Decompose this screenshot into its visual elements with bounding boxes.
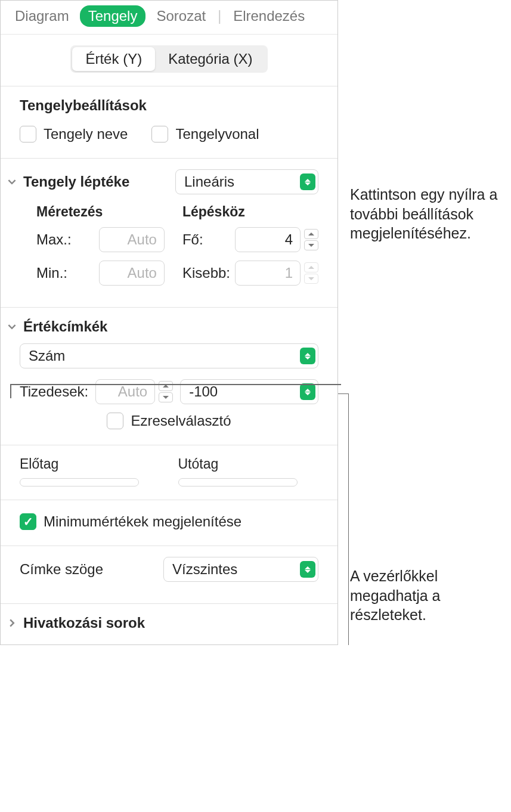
max-label: Max.: (36, 231, 72, 248)
scale-section: Tengely léptéke Lineáris Méretezés Max.:… (1, 159, 337, 308)
label-angle-value: Vízszintes (172, 561, 237, 578)
min-input[interactable]: Auto (99, 261, 165, 286)
thousands-sep-checkbox[interactable] (107, 413, 123, 429)
scale-type-select[interactable]: Lineáris (175, 169, 318, 194)
tab-series[interactable]: Sorozat (148, 5, 214, 27)
major-stepper[interactable] (304, 229, 318, 250)
reference-lines-title: Hivatkozási sorok (23, 615, 318, 631)
tab-separator: | (218, 8, 221, 24)
minor-stepper[interactable] (304, 262, 318, 284)
min-label: Min.: (36, 265, 67, 281)
top-tabs: Diagram Tengely Sorozat | Elrendezés (1, 1, 337, 35)
label-format-value: Szám (29, 348, 65, 364)
select-arrows-icon (300, 561, 315, 578)
reflines-disclosure-icon[interactable] (7, 618, 17, 628)
major-label: Fő: (182, 231, 203, 248)
prefix-suffix-section: Előtag Utótag (1, 445, 337, 500)
annotations-column: Kattintson egy nyílra a további beállítá… (338, 0, 511, 645)
select-arrows-icon (300, 173, 315, 190)
value-labels-disclosure-icon[interactable] (7, 321, 17, 332)
show-minimum-checkbox[interactable] (20, 513, 36, 530)
scale-title: Tengely léptéke (23, 173, 169, 190)
value-labels-section: Értékcímkék Szám Tizedesek: Auto -100 Ez… (1, 308, 337, 445)
thousands-sep-label: Ezreselválasztó (131, 413, 231, 429)
scale-type-value: Lineáris (184, 173, 234, 190)
tab-axis[interactable]: Tengely (80, 5, 146, 27)
format-panel: Diagram Tengely Sorozat | Elrendezés Ért… (0, 0, 338, 645)
annotation-arrow-hint: Kattintson egy nyílra a további beállítá… (338, 185, 511, 243)
scale-disclosure-icon[interactable] (7, 176, 17, 187)
minor-input[interactable]: 1 (235, 261, 301, 286)
value-labels-title: Értékcímkék (23, 318, 318, 335)
label-angle-section: Címke szöge Vízszintes (1, 546, 337, 604)
segment-category-x[interactable]: Kategória (X) (155, 47, 265, 71)
annotation-controls-hint: A vezérlőkkel megadhatja a részleteket. (338, 399, 511, 458)
minor-label: Kisebb: (182, 265, 230, 281)
axis-options-section: Tengelybeállítások Tengely neve Tengelyv… (1, 86, 337, 159)
prefix-label: Előtag (20, 456, 160, 472)
axis-name-checkbox[interactable] (20, 126, 36, 142)
suffix-input[interactable] (178, 478, 298, 486)
show-minimum-section: Minimumértékek megjelenítése (1, 500, 337, 546)
axis-segmented: Érték (Y) Kategória (X) (70, 45, 267, 73)
label-angle-select[interactable]: Vízszintes (163, 557, 318, 582)
axis-line-label: Tengelyvonal (175, 126, 259, 142)
scaling-title: Méretezés (36, 204, 165, 220)
axis-name-label: Tengely neve (44, 126, 128, 142)
axis-segmented-row: Érték (Y) Kategória (X) (1, 35, 337, 86)
show-minimum-label: Minimumértékek megjelenítése (44, 513, 241, 530)
prefix-input[interactable] (20, 478, 139, 486)
label-format-select[interactable]: Szám (20, 343, 318, 368)
segment-value-y[interactable]: Érték (Y) (72, 47, 155, 71)
label-angle-label: Címke szöge (20, 561, 103, 578)
major-input[interactable]: 4 (235, 227, 301, 252)
max-input[interactable]: Auto (99, 227, 165, 252)
suffix-label: Utótag (178, 456, 319, 472)
select-arrows-icon (300, 348, 315, 364)
axis-line-checkbox[interactable] (151, 126, 168, 142)
tab-layout[interactable]: Elrendezés (225, 5, 313, 27)
reference-lines-section: Hivatkozási sorok (1, 604, 337, 644)
step-title: Lépésköz (182, 204, 318, 220)
axis-options-title: Tengelybeállítások (20, 97, 318, 114)
tab-diagram[interactable]: Diagram (7, 5, 78, 27)
